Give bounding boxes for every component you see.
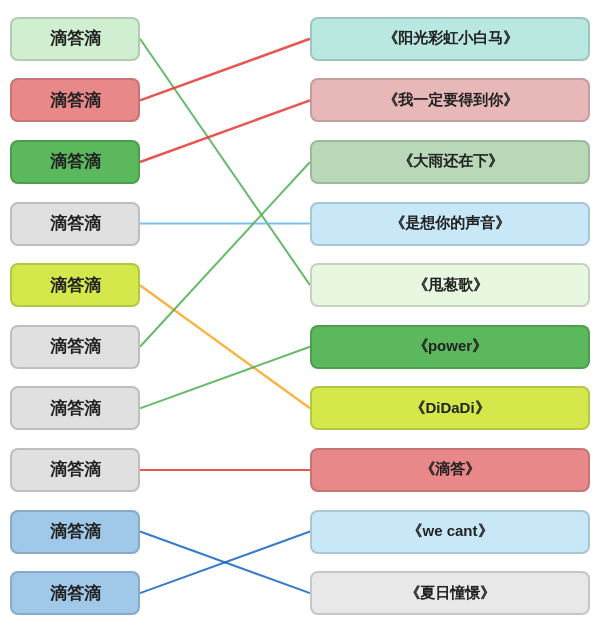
right-box-7: 《滴答》 <box>310 448 590 492</box>
right-box-8: 《we cant》 <box>310 510 590 554</box>
left-box-0: 滴答滴 <box>10 17 140 61</box>
right-box-3: 《是想你的声音》 <box>310 202 590 246</box>
row-0: 滴答滴《阳光彩虹小白马》 <box>0 11 600 67</box>
left-box-9: 滴答滴 <box>10 571 140 615</box>
right-box-5: 《power》 <box>310 325 590 369</box>
left-box-4: 滴答滴 <box>10 263 140 307</box>
row-1: 滴答滴《我一定要得到你》 <box>0 72 600 128</box>
right-box-9: 《夏日憧憬》 <box>310 571 590 615</box>
left-box-6: 滴答滴 <box>10 386 140 430</box>
row-7: 滴答滴《滴答》 <box>0 442 600 498</box>
right-box-2: 《大雨还在下》 <box>310 140 590 184</box>
row-3: 滴答滴《是想你的声音》 <box>0 196 600 252</box>
row-8: 滴答滴《we cant》 <box>0 504 600 560</box>
right-box-4: 《甩葱歌》 <box>310 263 590 307</box>
row-5: 滴答滴《power》 <box>0 319 600 375</box>
row-4: 滴答滴《甩葱歌》 <box>0 257 600 313</box>
left-box-3: 滴答滴 <box>10 202 140 246</box>
left-box-2: 滴答滴 <box>10 140 140 184</box>
row-2: 滴答滴《大雨还在下》 <box>0 134 600 190</box>
left-box-5: 滴答滴 <box>10 325 140 369</box>
left-box-8: 滴答滴 <box>10 510 140 554</box>
row-6: 滴答滴《DiDaDi》 <box>0 380 600 436</box>
right-box-6: 《DiDaDi》 <box>310 386 590 430</box>
row-9: 滴答滴《夏日憧憬》 <box>0 565 600 621</box>
left-box-1: 滴答滴 <box>10 78 140 122</box>
main-container: 滴答滴《阳光彩虹小白马》滴答滴《我一定要得到你》滴答滴《大雨还在下》滴答滴《是想… <box>0 0 600 632</box>
right-box-0: 《阳光彩虹小白马》 <box>310 17 590 61</box>
right-box-1: 《我一定要得到你》 <box>310 78 590 122</box>
left-box-7: 滴答滴 <box>10 448 140 492</box>
